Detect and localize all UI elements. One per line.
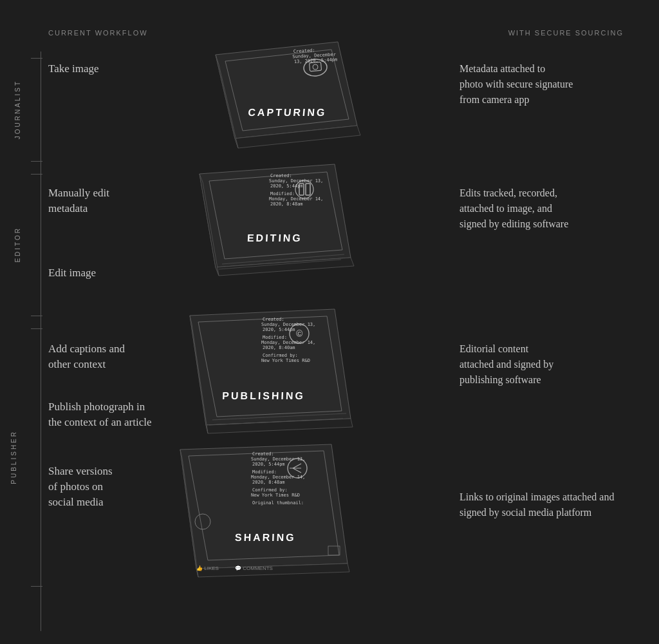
svg-text:Created:: Created: xyxy=(270,173,292,178)
svg-text:Created:: Created: xyxy=(252,451,274,457)
svg-text:Confirmed by:: Confirmed by: xyxy=(252,488,288,493)
svg-text:Sunday, December 13,: Sunday, December 13, xyxy=(269,178,323,184)
svg-text:Modified:: Modified: xyxy=(263,335,287,340)
svg-text:Sunday, December 13,: Sunday, December 13, xyxy=(261,322,315,327)
svg-text:Monday, December 14,: Monday, December 14, xyxy=(251,475,305,480)
svg-text:EDITING: EDITING xyxy=(247,232,303,243)
svg-text:Original thumbnail:: Original thumbnail: xyxy=(252,500,304,506)
svg-marker-0 xyxy=(216,42,357,138)
svg-text:Confirmed by:: Confirmed by: xyxy=(263,353,298,358)
main-container: CURRENT WORKFLOW WITH SECURE SOURCING JO… xyxy=(0,0,659,644)
svg-text:Monday, December 14,: Monday, December 14, xyxy=(269,196,323,202)
svg-text:New York Times R&D: New York Times R&D xyxy=(261,358,310,363)
svg-text:CAPTURING: CAPTURING xyxy=(248,106,328,118)
svg-text:©: © xyxy=(296,328,303,339)
svg-text:Modified:: Modified: xyxy=(270,191,295,196)
svg-text:2020, 5:44pm: 2020, 5:44pm xyxy=(270,184,303,189)
svg-text:2020, 8:48am: 2020, 8:48am xyxy=(270,202,303,207)
svg-text:PUBLISHING: PUBLISHING xyxy=(222,390,305,401)
svg-text:💬 COMMENTS: 💬 COMMENTS xyxy=(235,565,273,571)
svg-text:Modified:: Modified: xyxy=(252,469,277,475)
svg-text:Monday, December 14,: Monday, December 14, xyxy=(261,340,315,345)
svg-text:2020, 5:44pm: 2020, 5:44pm xyxy=(263,327,295,332)
svg-text:2020, 5:44pm: 2020, 5:44pm xyxy=(252,462,285,467)
svg-text:2020, 8:48am: 2020, 8:48am xyxy=(252,480,285,485)
svg-text:New York Times R&D: New York Times R&D xyxy=(251,493,300,498)
iso-cards-svg: .card-text { fill: #cccccc; font-family:… xyxy=(0,0,659,644)
svg-text:2020, 8:40am: 2020, 8:40am xyxy=(263,345,295,350)
svg-text:Sunday, December 13,: Sunday, December 13, xyxy=(251,457,305,462)
svg-text:Created:: Created: xyxy=(263,317,284,322)
svg-text:👍 LIKES: 👍 LIKES xyxy=(196,565,219,571)
svg-text:SHARING: SHARING xyxy=(235,532,296,543)
